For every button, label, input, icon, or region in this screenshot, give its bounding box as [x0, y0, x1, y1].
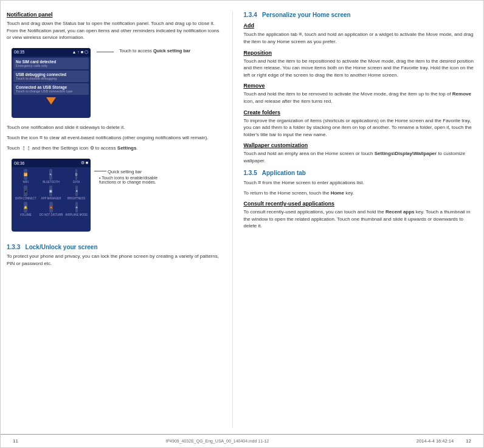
footer-date: 2014-4-4 16:42:14 — [417, 438, 454, 444]
page-container: Notification panel Touch and drag down t… — [0, 0, 484, 448]
section134-heading: 1.3.4 Personalize your Home screen — [244, 12, 477, 18]
notif-item-1: No SIM card detected Emergency calls onl… — [13, 58, 89, 69]
bluetooth-icon: ⯲ — [49, 169, 52, 180]
footer: 11 IP4909_4032E_QG_Eng_USA_00_140404.ind… — [1, 434, 483, 447]
wifi-icon: 📶 — [24, 169, 27, 180]
section-133: 1.3.3 Lock/Unlock your screen To protect… — [7, 244, 223, 267]
wallpaper-title: Wallpaper customization — [244, 142, 477, 148]
volume-wrapper: 🔔 VOLUME — [14, 202, 38, 216]
section135-para2: To return to the Home screen, touch the … — [244, 190, 477, 197]
wallpaper-para: Touch and hold an empty area on the Home… — [244, 150, 477, 164]
data-icon-wrapper: D DATA — [64, 169, 88, 184]
status-time-2: 08:36 — [14, 161, 25, 165]
page-number-left: 11 — [13, 438, 18, 444]
consult-para: To consult recently-used applications, y… — [244, 208, 477, 230]
remove-title: Remove — [244, 83, 477, 89]
arrow-down-icon — [46, 97, 56, 105]
airplane-icon: ✈ — [75, 202, 78, 213]
app-manager-icon: ▦ — [49, 185, 52, 196]
consult-title: Consult recently-used applications — [244, 201, 477, 207]
data-connect-icon: 📱 — [24, 185, 27, 196]
content-area: Notification panel Touch and drag down t… — [1, 1, 483, 434]
status-icons-2: ⚙ ■ — [81, 160, 88, 165]
quick-setting-sublabel2: functions or to change modes. — [99, 180, 157, 184]
section135-para1: Touch ≡ from the Home screen to enter ap… — [244, 179, 477, 187]
bluetooth-icon-wrapper: ⯲ BLUETOOTH — [40, 169, 63, 184]
notif3-title: Connected as USB Storage — [16, 85, 86, 89]
footer-center: IP4909_4032E_QG_Eng_USA_00_140404.indd 1… — [18, 438, 417, 444]
app-manager-wrapper: ▦ APP MANAGER — [40, 185, 63, 200]
phone-grid: 📶 WIFI ⯲ BLUETOOTH D DATA — [12, 167, 91, 218]
reposition-title: Reposition — [244, 50, 477, 56]
notif-item-2: USB debugging connected Touch to disable… — [13, 71, 89, 82]
notif-item-3: Connected as USB Storage Touch to change… — [13, 83, 89, 95]
left-column: Notification panel Touch and drag down t… — [7, 12, 233, 428]
menu-icon: ⋮⋮ — [21, 145, 31, 151]
wifi-icon-wrapper: 📶 WIFI — [14, 169, 38, 184]
data-icon: D — [75, 169, 78, 180]
callout-label-1: Touch to access Quick setting bar — [119, 48, 190, 53]
section133-heading: 1.3.3 Lock/Unlock your screen — [7, 244, 223, 250]
status-time-1: 08:35 — [14, 50, 25, 54]
section-135: 1.3.5 Application tab Touch ≡ from the H… — [244, 170, 477, 230]
dnd-wrapper: 🔕 DO NOT DISTURB — [40, 202, 63, 216]
notification-panel-section: Notification panel Touch and drag down t… — [7, 12, 223, 235]
remove-para: Touch and hold the item to be removed to… — [244, 91, 477, 105]
callout-box-2: Quick setting bar • Touch icons to enabl… — [94, 167, 157, 184]
para2: Touch one notification and slide it side… — [7, 124, 223, 131]
volume-icon: 🔔 — [24, 202, 27, 213]
phone-status-bar-1: 08:35 ▲ ↑ ■ ⬡ — [12, 48, 91, 57]
airplane-wrapper: ✈ AIRPLANE MODE — [64, 202, 88, 216]
brightness-wrapper: ☀ BRIGHTNESS — [64, 185, 88, 200]
data-connect-wrapper: 📱 DATA CONNECT — [14, 185, 38, 200]
callout-line-1 — [97, 52, 114, 52]
status-icons-1: ▲ ↑ ■ ⬡ — [72, 50, 89, 55]
section135-heading: 1.3.5 Application tab — [244, 170, 477, 176]
para3: Touch the icon ≡ to clear all event-base… — [7, 134, 223, 142]
notif1-sub: Emergency calls only — [16, 64, 86, 67]
notif1-title: No SIM card detected — [16, 60, 86, 64]
dnd-icon: 🔕 — [49, 202, 53, 213]
quick-setting-sublabel1: • Touch icons to enable/disable — [99, 176, 157, 180]
create-folders-para: To improve the organization of items (sh… — [244, 117, 477, 139]
phone-screenshot-1: 08:35 ▲ ↑ ■ ⬡ No SIM card detected Emerg… — [12, 48, 91, 118]
screen2-callout-area: 08:36 ⚙ ■ 📶 WIFI ⯲ BLUETOOTH — [7, 155, 223, 235]
phone-screenshot-2: 08:36 ⚙ ■ 📶 WIFI ⯲ BLUETOOTH — [12, 159, 91, 232]
callout-line-2 — [94, 171, 106, 171]
create-folders-title: Create folders — [244, 109, 477, 115]
section-134: 1.3.4 Personalize your Home screen Add T… — [244, 12, 477, 165]
notification-panel-title: Notification panel — [7, 12, 223, 18]
notif3-sub: Touch to change USB connection type — [16, 89, 86, 93]
notification-panel-para1: Touch and drag down the Status bar to op… — [7, 20, 223, 41]
phone-status-bar-2: 08:36 ⚙ ■ — [12, 159, 91, 167]
add-title: Add — [244, 22, 477, 29]
page-number-right: 12 — [466, 438, 471, 444]
add-para: Touch the application tab ≡, touch and h… — [244, 30, 477, 46]
right-column: 1.3.4 Personalize your Home screen Add T… — [233, 12, 477, 428]
callout-area-1: Touch to access Quick setting bar — [97, 48, 190, 57]
settings-icon: ⚙ — [90, 145, 94, 151]
brightness-icon: ☀ — [75, 185, 78, 196]
footer-doc-name: IP4909_4032E_QG_Eng_USA_00_140404.indd 1… — [165, 439, 269, 443]
notif2-sub: Touch to disable debugging — [16, 77, 86, 80]
para4: Touch ⋮⋮ and then the Settings icon ⚙ to… — [7, 145, 223, 152]
section133-para: To protect your phone and privacy, you c… — [7, 253, 223, 267]
reposition-para: Touch and hold the item to be reposition… — [244, 58, 477, 79]
notif2-title: USB debugging connected — [16, 72, 86, 77]
quick-setting-label: Quick setting bar — [108, 169, 142, 174]
